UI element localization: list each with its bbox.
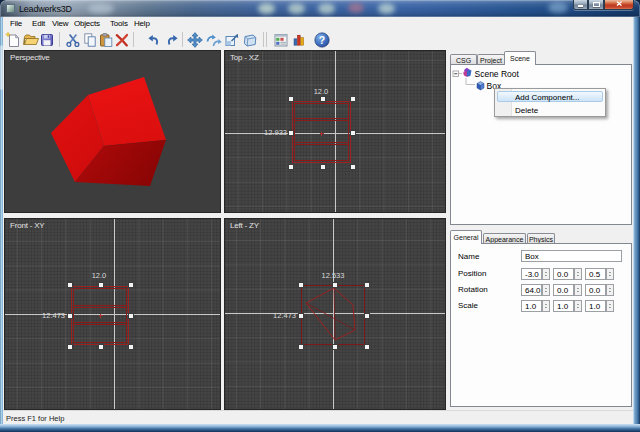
svg-text:12.933: 12.933 [264,128,287,137]
svg-text:12.0: 12.0 [92,271,107,280]
svg-text:12.473: 12.473 [273,311,296,320]
svg-text:12.473: 12.473 [42,311,65,320]
svg-text:12.533: 12.533 [322,271,345,280]
svg-text:?: ? [319,34,325,46]
svg-text:12.0: 12.0 [314,87,329,96]
